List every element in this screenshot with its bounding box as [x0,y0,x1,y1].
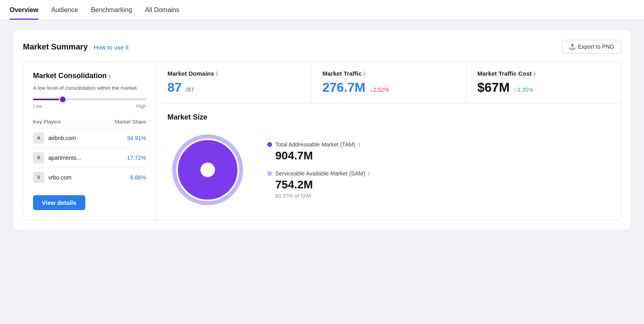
tab-audience[interactable]: Audience [51,0,78,20]
market-size-content-row: Total Addressable Market (TAM) i 904.7M [167,130,609,210]
consolidation-info-icon[interactable]: i [109,73,111,79]
metric-cost-value: $67M [477,80,510,95]
metric-market-traffic: Market Traffic i 276.7M ↓ 2.52% [311,62,466,103]
metric-traffic-change: ↓ 2.52% [369,87,389,93]
metric-domains-info-icon[interactable]: i [216,70,218,77]
card-header: Market Summary How to use it Export to P… [23,40,621,54]
metric-market-traffic-cost: Market Traffic Cost i $67M ↑ 3.35% [466,62,621,103]
player-info-0: A airbnb.com [33,132,76,144]
market-summary-card: Market Summary How to use it Export to P… [13,30,631,230]
metric-domains-value-row: 87 /87 [167,80,299,95]
market-size-title: Market Size [167,113,609,122]
legend-sam-label: Serviceable Available Market (SAM) [275,170,365,177]
legend-sam-sub: 83.37% of TAM [275,193,369,199]
player-info-1: A apartments... [33,152,81,163]
metric-traffic-label: Market Traffic i [322,70,454,77]
metric-cost-value-row: $67M ↑ 3.35% [477,80,609,95]
metric-traffic-value: 276.7M [322,80,365,95]
metric-domains-sub: /87 [186,86,194,93]
player-share-0: 34.91% [127,135,146,141]
player-share-2: 8.66% [130,174,146,181]
nav-bar: Overview Audience Benchmarking All Domai… [0,0,644,20]
export-button[interactable]: Export to PNG [562,40,621,54]
legend-tam-label: Total Addressable Market (TAM) [275,141,355,148]
metrics-row: Market Domains i 87 /87 Market Traffic i [156,62,621,103]
metric-domains-label: Market Domains i [167,70,299,77]
metric-traffic-info-icon[interactable]: i [364,70,365,77]
legend-tam-value: 904.7M [275,149,369,162]
tab-overview[interactable]: Overview [10,0,38,20]
legend-tam-label-row: Total Addressable Market (TAM) i [267,141,369,148]
consolidation-slider[interactable] [33,99,146,100]
legend-tam-dot [267,142,272,147]
metric-market-domains: Market Domains i 87 /87 [156,62,311,103]
card-title-area: Market Summary How to use it [23,42,128,52]
metric-cost-label: Market Traffic Cost i [477,70,609,77]
metric-cost-change: ↑ 3.35% [514,87,533,93]
slider-thumb [59,96,66,103]
legend-sam: Serviceable Available Market (SAM) i 754… [267,170,369,199]
legend-sam-value: 754.2M [275,178,369,191]
tab-benchmarking[interactable]: Benchmarking [91,0,132,20]
market-legends: Total Addressable Market (TAM) i 904.7M [267,141,369,199]
right-panel: Market Domains i 87 /87 Market Traffic i [156,62,621,220]
donut-center [200,163,215,177]
slider-high-label: High [136,103,146,109]
player-share-1: 17.72% [127,155,146,161]
slider-track [33,99,146,100]
player-row-2: V vrbo.com 8.66% [33,167,146,187]
player-name-0: airbnb.com [48,135,76,141]
player-row-1: A apartments... 17.72% [33,148,146,167]
consolidation-title-row: Market Consolidation i [33,72,146,80]
legend-tam: Total Addressable Market (TAM) i 904.7M [267,141,369,162]
metric-domains-value: 87 [167,80,182,95]
export-button-label: Export to PNG [578,43,614,50]
up-arrow-icon: ↑ [514,87,516,93]
how-to-link[interactable]: How to use it [94,44,129,51]
metric-cost-info-icon[interactable]: i [534,70,535,77]
main-content: Market Summary How to use it Export to P… [0,20,644,240]
consolidation-title: Market Consolidation [33,72,107,80]
card-title: Market Summary [23,42,88,51]
metric-traffic-value-row: 276.7M ↓ 2.52% [322,80,454,95]
legend-sam-label-row: Serviceable Available Market (SAM) i [267,170,369,177]
legend-tam-info-icon[interactable]: i [359,141,360,148]
player-avatar-2: V [33,172,44,183]
key-players-table: Key Players Market Share A airbnb.com 34… [33,119,146,187]
player-row-0: A airbnb.com 34.91% [33,128,146,148]
slider-fill [33,99,61,100]
market-size-wrapper: Market Size [167,113,609,210]
player-name-2: vrbo.com [48,174,72,181]
view-details-button[interactable]: View details [33,195,85,210]
table-header: Key Players Market Share [33,119,146,128]
slider-low-label: Low [33,103,42,109]
consolidation-description: A low level of consolidation within the … [33,84,146,92]
player-avatar-1: A [33,152,44,163]
donut-chart [167,130,248,210]
player-avatar-0: A [33,132,44,144]
donut-svg [167,130,248,210]
slider-endpoints: Low High [33,103,146,109]
legend-sam-info-icon[interactable]: i [368,170,369,177]
export-icon [569,43,576,50]
down-arrow-icon: ↓ [369,87,372,93]
player-info-2: V vrbo.com [33,172,72,183]
legend-sam-dot [267,171,272,176]
col-share-header: Market Share [115,119,146,125]
left-panel: Market Consolidation i A low level of co… [23,62,156,220]
card-body: Market Consolidation i A low level of co… [23,62,621,220]
player-name-1: apartments... [48,155,81,161]
col-players-header: Key Players [33,119,61,125]
market-size-section: Market Size [156,103,621,220]
tab-all-domains[interactable]: All Domains [145,0,179,20]
